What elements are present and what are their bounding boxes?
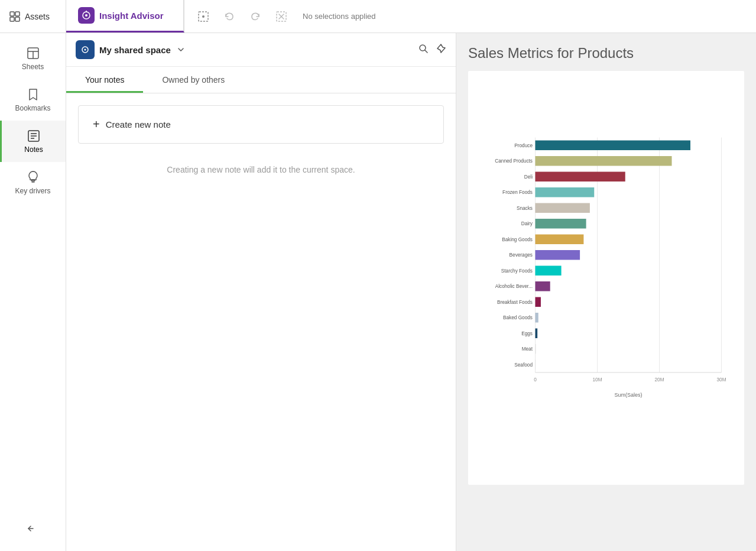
svg-rect-48	[536, 235, 584, 245]
svg-rect-19	[31, 180, 35, 181]
bar-chart: 010M20M30MProduceCanned ProductsDeliFroz…	[478, 83, 735, 449]
create-note-label: Create new note	[106, 119, 171, 129]
grid-icon	[9, 11, 20, 22]
svg-rect-58	[536, 313, 538, 323]
space-name: My shared space	[99, 45, 171, 55]
svg-text:Beverages: Beverages	[510, 252, 533, 258]
svg-text:Sum(Sales): Sum(Sales)	[614, 392, 642, 398]
collapse-sidebar-button[interactable]	[22, 518, 44, 542]
svg-rect-44	[536, 203, 590, 213]
sidebar-item-sheets[interactable]: Sheets	[0, 38, 66, 79]
svg-rect-0	[10, 12, 14, 16]
svg-text:Frozen Foods: Frozen Foods	[502, 190, 533, 195]
svg-rect-46	[536, 219, 586, 229]
svg-text:Produce: Produce	[514, 143, 533, 148]
svg-text:0: 0	[534, 377, 537, 383]
svg-rect-62	[536, 344, 536, 354]
sheets-icon	[26, 46, 40, 60]
svg-point-5	[85, 14, 87, 17]
key-drivers-label: Key drivers	[15, 187, 50, 195]
svg-text:Seafood: Seafood	[514, 362, 533, 368]
assets-button[interactable]: Assets	[0, 0, 66, 33]
create-note-button[interactable]: + Create new note	[78, 105, 444, 144]
sheets-label: Sheets	[22, 63, 44, 71]
svg-rect-56	[536, 297, 541, 307]
svg-rect-42	[536, 187, 595, 197]
sidebar-item-bookmarks[interactable]: Bookmarks	[0, 79, 66, 121]
undo-button[interactable]	[220, 7, 239, 26]
sidebar-bottom	[0, 518, 66, 542]
panel-header-actions	[418, 43, 446, 57]
svg-point-23	[85, 49, 86, 51]
svg-text:Baking Goods: Baking Goods	[502, 237, 533, 242]
svg-text:Dairy: Dairy	[521, 221, 533, 226]
svg-rect-54	[536, 281, 550, 291]
sidebar-item-key-drivers[interactable]: Key drivers	[0, 162, 66, 203]
panel-hint-text: Creating a new note will add it to the c…	[66, 155, 456, 184]
svg-rect-50	[536, 250, 580, 260]
search-button[interactable]	[418, 43, 429, 57]
notes-icon	[27, 129, 41, 143]
insight-icon	[78, 7, 95, 24]
svg-text:Meat: Meat	[522, 346, 533, 352]
sidebar-item-notes[interactable]: Notes	[0, 121, 66, 162]
svg-text:10M: 10M	[592, 377, 602, 383]
assets-label: Assets	[25, 12, 50, 21]
tab-your-notes[interactable]: Your notes	[66, 67, 143, 93]
svg-rect-52	[536, 266, 562, 276]
notes-label: Notes	[24, 145, 43, 154]
svg-text:Snacks: Snacks	[517, 206, 533, 211]
svg-text:Eggs: Eggs	[521, 331, 533, 336]
plus-icon: +	[93, 118, 100, 131]
svg-text:30M: 30M	[716, 377, 726, 383]
svg-point-8	[202, 15, 205, 18]
lightbulb-icon	[26, 170, 40, 184]
clear-selections-button[interactable]	[272, 7, 291, 26]
icon-sidebar: Sheets Bookmarks Notes Key drivers	[0, 33, 66, 551]
svg-text:Deli: Deli	[524, 174, 533, 180]
tabs: Your notes Owned by others	[66, 67, 456, 93]
panel-header: My shared space	[66, 33, 456, 67]
chart-container: 010M20M30MProduceCanned ProductsDeliFroz…	[468, 71, 744, 485]
svg-rect-36	[536, 141, 691, 151]
space-icon	[76, 40, 95, 59]
svg-text:Breakfast Foods: Breakfast Foods	[497, 300, 533, 305]
svg-rect-1	[15, 12, 20, 16]
svg-rect-2	[10, 17, 14, 21]
tab-owned-by-others[interactable]: Owned by others	[143, 67, 244, 93]
svg-text:20M: 20M	[654, 377, 664, 383]
bookmark-icon	[26, 87, 40, 102]
selection-tool-button[interactable]	[194, 7, 213, 26]
svg-rect-60	[536, 329, 538, 339]
dropdown-chevron-icon[interactable]	[176, 44, 186, 55]
insight-advisor-label: Insight Advisor	[99, 11, 164, 21]
chart-area: Sales Metrics for Products 010M20M30MPro…	[456, 33, 756, 551]
svg-text:Canned Products: Canned Products	[495, 158, 533, 164]
svg-text:Baked Goods: Baked Goods	[503, 315, 533, 320]
svg-rect-40	[536, 172, 625, 182]
bookmarks-label: Bookmarks	[15, 104, 50, 112]
svg-text:Starchy Foods: Starchy Foods	[501, 268, 533, 274]
redo-button[interactable]	[246, 7, 265, 26]
insight-advisor-button[interactable]: Insight Advisor	[66, 0, 184, 33]
svg-rect-3	[15, 17, 20, 21]
svg-rect-38	[536, 156, 672, 166]
svg-rect-64	[536, 360, 536, 370]
chart-title: Sales Metrics for Products	[468, 45, 744, 61]
topbar: Assets Insight Advisor	[0, 0, 756, 33]
no-selection-text: No selections applied	[298, 12, 376, 21]
main-content: Sheets Bookmarks Notes Key drivers	[0, 33, 756, 551]
pin-button[interactable]	[436, 43, 446, 57]
notes-panel: My shared space Yo	[66, 33, 456, 551]
toolbar-icons: No selections applied	[184, 7, 385, 26]
svg-text:Alcoholic Bever...: Alcoholic Bever...	[495, 284, 533, 289]
svg-line-25	[425, 50, 427, 53]
collapse-icon	[27, 523, 39, 534]
